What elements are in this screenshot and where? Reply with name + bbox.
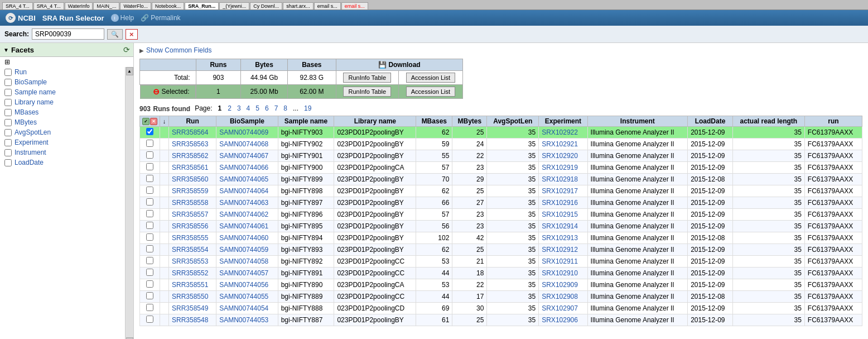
page-4-link[interactable]: 4 (247, 104, 250, 112)
browser-tab[interactable]: SRA_4 T... (2, 2, 33, 9)
row-run[interactable]: SRR358548 (169, 314, 216, 326)
sidebar-checkbox-libraryname[interactable] (4, 99, 12, 106)
row-checkbox-cell[interactable] (140, 139, 160, 150)
row-biosample[interactable]: SAMN00744069 (216, 127, 278, 139)
sidebar-checkbox-mbases[interactable] (4, 109, 12, 116)
select-all-icon[interactable]: ✓ (142, 118, 150, 125)
row-checkbox-cell[interactable] (140, 303, 160, 314)
browser-tab[interactable]: MAIN_... (93, 2, 119, 9)
sidebar-item-mbases[interactable]: MBases (0, 107, 125, 117)
ncbi-logo[interactable]: ⟳ NCBI (6, 13, 36, 23)
sidebar-item-experiment[interactable]: Experiment (0, 137, 125, 147)
row-checkbox[interactable] (146, 175, 153, 182)
row-run[interactable]: SRR358560 (169, 174, 216, 185)
col-avgspotlen-header[interactable]: AvgSpotLen (487, 116, 539, 127)
row-biosample[interactable]: SAMN00744067 (216, 150, 278, 162)
row-checkbox-cell[interactable] (140, 197, 160, 209)
row-checkbox[interactable] (146, 269, 153, 276)
row-biosample[interactable]: SAMN00744061 (216, 221, 278, 232)
sidebar-item-mbytes[interactable]: MBytes (0, 117, 125, 127)
row-biosample[interactable]: SAMN00744055 (216, 291, 278, 303)
row-run[interactable]: SRR358558 (169, 197, 216, 209)
row-checkbox-cell[interactable] (140, 256, 160, 268)
row-run[interactable]: SRR358551 (169, 279, 216, 291)
row-experiment[interactable]: SRX102916 (539, 197, 587, 209)
total-accession-button[interactable]: Accession List (406, 73, 455, 83)
row-biosample[interactable]: SAMN00744066 (216, 162, 278, 174)
row-checkbox[interactable] (146, 304, 153, 311)
col-samplename-header[interactable]: Sample name (278, 116, 334, 127)
row-checkbox[interactable] (146, 198, 153, 206)
row-biosample[interactable]: SAMN00744054 (216, 303, 278, 314)
row-checkbox-cell[interactable] (140, 174, 160, 185)
browser-tab[interactable]: email s... (314, 2, 341, 9)
row-experiment[interactable]: SRX102908 (539, 291, 587, 303)
page-8-link[interactable]: 8 (283, 104, 287, 112)
row-biosample[interactable]: SAMN00744065 (216, 174, 278, 185)
search-input[interactable] (32, 28, 104, 40)
col-loaddate-header[interactable]: LoadDate (688, 116, 733, 127)
row-run[interactable]: SRR358563 (169, 139, 216, 150)
triangle-down-icon[interactable]: ▼ (3, 47, 9, 53)
sidebar-checkbox-loaddate[interactable] (4, 159, 12, 166)
page-3-link[interactable]: 3 (237, 104, 241, 112)
browser-tab[interactable]: shart.arx... (283, 2, 314, 9)
row-checkbox[interactable] (146, 316, 153, 323)
row-checkbox[interactable] (146, 163, 153, 170)
row-run[interactable]: SRR358562 (169, 150, 216, 162)
browser-tab[interactable]: Notebook... (152, 2, 184, 9)
row-biosample[interactable]: SAMN00744063 (216, 197, 278, 209)
page-1[interactable]: 1 (218, 104, 222, 112)
col-biosample-header[interactable]: BioSample (216, 116, 278, 127)
col-mbases-header[interactable]: MBases (416, 116, 452, 127)
row-checkbox-cell[interactable] (140, 185, 160, 197)
sidebar-scrollbar[interactable]: ▲ ▼ (125, 67, 133, 339)
row-checkbox-cell[interactable] (140, 279, 160, 291)
row-checkbox[interactable] (146, 187, 153, 194)
page-7-link[interactable]: 7 (274, 104, 278, 112)
row-checkbox-cell[interactable] (140, 127, 160, 139)
row-checkbox[interactable] (146, 292, 153, 299)
browser-tab[interactable]: WaterFlo... (120, 2, 151, 9)
sidebar-item-run[interactable]: Run (0, 67, 125, 77)
browser-tab[interactable]: email s... (341, 2, 368, 9)
row-experiment[interactable]: SRX102909 (539, 279, 587, 291)
browser-tab[interactable]: _(Yjewni... (219, 2, 249, 9)
browser-tab[interactable]: Cy Downl... (250, 2, 282, 9)
row-experiment[interactable]: SRX102922 (539, 127, 587, 139)
row-biosample[interactable]: SAMN00744068 (216, 139, 278, 150)
row-run[interactable]: SRR358559 (169, 185, 216, 197)
sidebar-item-loaddate[interactable]: LoadDate (0, 157, 125, 168)
deselect-all-icon[interactable]: ✕ (150, 118, 157, 125)
sidebar-checkbox-samplename[interactable] (4, 89, 12, 96)
row-checkbox[interactable] (146, 257, 153, 264)
sidebar-checkbox-run[interactable] (4, 69, 12, 76)
row-checkbox[interactable] (146, 210, 153, 217)
page-2-link[interactable]: 2 (228, 104, 232, 112)
row-checkbox[interactable] (146, 151, 153, 159)
facets-refresh-icon[interactable]: ⟳ (123, 45, 130, 54)
row-biosample[interactable]: SAMN00744057 (216, 268, 278, 279)
col-mbytes-header[interactable]: MBytes (452, 116, 487, 127)
sidebar-checkbox-biosample[interactable] (4, 79, 12, 86)
row-biosample[interactable]: SAMN00744060 (216, 232, 278, 244)
col-run2-header[interactable]: run (804, 116, 862, 127)
browser-tab[interactable]: WaterInfo (65, 2, 93, 9)
row-run[interactable]: SRR358564 (169, 127, 216, 139)
row-run[interactable]: SRR358561 (169, 162, 216, 174)
page-5-link[interactable]: 5 (255, 104, 259, 112)
search-submit-button[interactable]: 🔍 (107, 29, 123, 40)
col-readlength-header[interactable]: actual read length (732, 116, 804, 127)
col-libraryname-header[interactable]: Library name (334, 116, 416, 127)
row-experiment[interactable]: SRX102910 (539, 268, 587, 279)
browser-tab[interactable]: SRA_4 T... (33, 2, 64, 9)
row-checkbox-cell[interactable] (140, 268, 160, 279)
row-experiment[interactable]: SRX102921 (539, 139, 587, 150)
search-clear-button[interactable]: × (126, 29, 138, 40)
page-6-link[interactable]: 6 (265, 104, 269, 112)
row-experiment[interactable]: SRX102919 (539, 162, 587, 174)
row-checkbox[interactable] (146, 140, 153, 147)
page-19-link[interactable]: 19 (304, 104, 311, 112)
row-run[interactable]: SRR358553 (169, 256, 216, 268)
row-checkbox-cell[interactable] (140, 162, 160, 174)
